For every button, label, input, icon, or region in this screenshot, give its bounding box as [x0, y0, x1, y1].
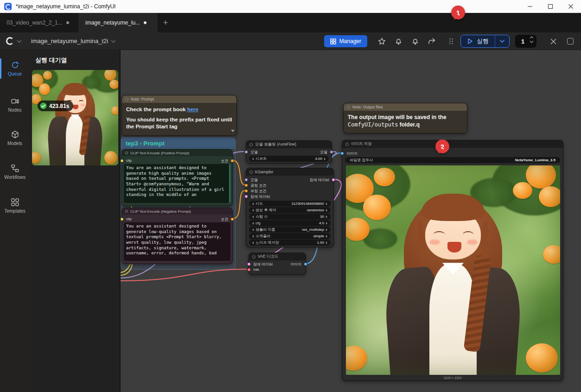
increment-icon[interactable]	[324, 158, 327, 160]
widget-filename-prefix[interactable]: 파일명 접두사 NetaYume_Lumina_3.5	[345, 157, 560, 163]
decrement-icon[interactable]	[251, 241, 254, 244]
note-text[interactable]: Check the prompt book here You should ke…	[122, 103, 236, 133]
positive-prompt-textarea[interactable]: You are an assistant designed to generat…	[124, 164, 230, 203]
node-clip-positive[interactable]: CLIP Text Encode (Positive Prompt) clip …	[121, 149, 233, 206]
output-socket-latent[interactable]	[332, 178, 335, 182]
widget-cfg[interactable]: cfg 4.0	[249, 220, 331, 226]
decrement-icon[interactable]	[251, 209, 254, 212]
queue-result-thumbnail[interactable]: 423.81s	[32, 70, 118, 165]
node-clip-negative[interactable]: CLIP Text Encode (Negative Prompt) clip …	[121, 208, 233, 264]
note-text[interactable]: The output image will be saved in the Co…	[344, 111, 467, 132]
increment-icon[interactable]	[326, 228, 329, 231]
widget-sampler-name[interactable]: 샘플러 이름 res_multistep	[249, 227, 331, 233]
output-socket-image[interactable]	[304, 262, 307, 266]
drag-handle[interactable]	[447, 37, 456, 46]
share-button[interactable]	[427, 37, 436, 46]
increment-icon[interactable]	[326, 235, 329, 238]
maximize-button[interactable]	[540, 0, 561, 13]
node-header[interactable]: 모델 샘플링 (AuraFlow)	[246, 141, 332, 148]
input-socket-image[interactable]	[340, 152, 344, 155]
input-socket-model[interactable]	[244, 150, 248, 154]
node-header[interactable]: 이미지 저장	[342, 140, 563, 148]
chevron-up-icon[interactable]	[530, 36, 534, 39]
node-note-output[interactable]: Note: Output files The output image will…	[343, 103, 467, 133]
sidebar-item-queue[interactable]: Queue	[0, 57, 30, 81]
run-button[interactable]: 실행	[461, 35, 495, 47]
bell-button-2[interactable]	[410, 37, 420, 46]
decrement-icon[interactable]	[251, 158, 254, 160]
batch-count-stepper[interactable]: 1	[515, 35, 536, 48]
node-header[interactable]: VAE 디코드	[249, 253, 306, 260]
collapse-dot-icon[interactable]	[125, 152, 128, 154]
generated-image-preview[interactable]	[346, 165, 560, 375]
comfyui-logo-icon[interactable]	[6, 37, 14, 45]
node-vae-decode[interactable]: VAE 디코드 잠재 데이터 vae 이미지	[249, 253, 306, 275]
collapse-dot-icon[interactable]	[345, 143, 349, 146]
node-model-sampling[interactable]: 모델 샘플링 (AuraFlow) 모델 모델 시프트 4.00	[246, 140, 332, 164]
cancel-button[interactable]	[549, 37, 558, 46]
input-socket-model[interactable]	[244, 178, 248, 182]
collapse-dot-icon[interactable]	[252, 255, 255, 259]
input-label: vae	[253, 267, 259, 272]
input-socket-positive[interactable]	[244, 183, 248, 187]
collapse-dot-icon[interactable]	[249, 171, 253, 174]
manager-button[interactable]: Manager	[324, 35, 367, 47]
input-socket-vae[interactable]	[247, 268, 251, 272]
output-socket-conditioning[interactable]	[230, 159, 234, 163]
sidebar-item-models[interactable]: Models	[0, 126, 30, 150]
stop-button[interactable]	[567, 38, 574, 44]
negative-prompt-textarea[interactable]: You are an assistant designed to generat…	[124, 222, 230, 261]
widget-shift[interactable]: 시프트 4.00	[249, 156, 329, 162]
input-socket-clip[interactable]	[121, 217, 124, 221]
chevron-down-icon[interactable]	[530, 40, 534, 43]
minimize-button[interactable]	[520, 0, 540, 13]
widget-steps[interactable]: 스텝 수 30	[249, 214, 331, 220]
node-graph-canvas[interactable]: tep3 - Prompt Note: Prompt Check the pro…	[121, 50, 581, 392]
star-button[interactable]	[377, 37, 386, 46]
decrement-icon[interactable]	[251, 222, 254, 225]
widget-control-after-generate[interactable]: 생성 후 제어 randomize	[249, 207, 331, 213]
collapse-dot-icon[interactable]	[125, 210, 128, 213]
collapse-dot-icon[interactable]	[249, 143, 253, 146]
close-button[interactable]	[561, 0, 581, 13]
increment-icon[interactable]	[326, 209, 329, 212]
sidebar-item-nodes[interactable]: Nodes	[0, 93, 30, 117]
increment-icon[interactable]	[326, 222, 329, 225]
collapse-dot-icon[interactable]	[125, 98, 128, 101]
new-tab-button[interactable]: +	[158, 13, 173, 32]
input-socket-latent[interactable]	[244, 195, 248, 198]
run-options-button[interactable]	[495, 35, 509, 47]
node-header[interactable]: CLIP Text Encode (Negative Prompt)	[122, 208, 232, 215]
widget-denoise[interactable]: 노이즈 제거양 1.00	[249, 240, 331, 246]
widget-seed[interactable]: 시드 1123091464908692	[249, 201, 331, 207]
collapse-dot-icon[interactable]	[347, 106, 350, 109]
decrement-icon[interactable]	[251, 235, 254, 238]
prompt-book-link[interactable]: here	[187, 107, 198, 112]
sidebar-item-workflows[interactable]: Workflows	[0, 160, 30, 184]
increment-icon[interactable]	[326, 241, 329, 244]
output-socket-model[interactable]	[330, 150, 333, 154]
node-header[interactable]: Note: Output files	[344, 103, 467, 111]
tab-03-video-wan[interactable]: 03_video_wan2_2_1...	[0, 13, 79, 32]
node-header[interactable]: CLIP Text Encode (Positive Prompt)	[122, 150, 232, 156]
node-save-image[interactable]: 이미지 저장 이미지 파일명 접두사 NetaYume_Lumina_3.5	[342, 140, 563, 381]
widget-scheduler[interactable]: 스케줄러 simple	[249, 233, 331, 239]
output-socket-conditioning[interactable]	[230, 217, 234, 221]
input-socket-latent[interactable]	[247, 262, 251, 266]
increment-icon[interactable]	[326, 202, 329, 205]
decrement-icon[interactable]	[251, 215, 254, 218]
node-header[interactable]: KSampler	[246, 168, 333, 176]
node-note-prompt[interactable]: Note: Prompt Check the prompt book here …	[121, 95, 237, 136]
node-header[interactable]: Note: Prompt	[122, 95, 236, 103]
decrement-icon[interactable]	[251, 202, 254, 205]
decrement-icon[interactable]	[251, 228, 254, 231]
input-socket-clip[interactable]	[121, 159, 124, 163]
increment-icon[interactable]	[326, 215, 329, 218]
chevron-down-icon[interactable]	[17, 38, 22, 43]
tab-image-netayume[interactable]: image_netayume_lu...	[79, 13, 158, 32]
bell-button-1[interactable]	[394, 37, 403, 46]
sidebar-item-templates[interactable]: Templates	[0, 194, 30, 218]
node-ksampler[interactable]: KSampler 모델 긍정 조건 부정 조건 잠재 데이터 잠재 데이터 시드…	[246, 168, 334, 247]
input-socket-negative[interactable]	[244, 189, 248, 193]
workflow-name-menu[interactable]: image_netayume_lumina_t2i	[31, 38, 115, 44]
